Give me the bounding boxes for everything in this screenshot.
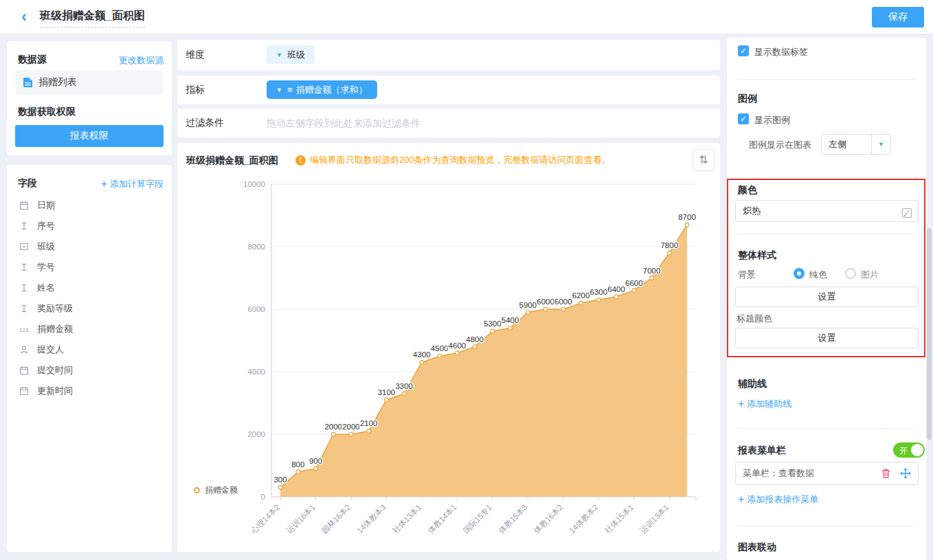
plus-icon: +: [738, 398, 744, 410]
metric-tag[interactable]: ▼ ≡ 捐赠金额（求和）: [267, 80, 377, 99]
field-item[interactable]: 姓名: [14, 278, 165, 298]
title-color-label: 标题颜色: [737, 313, 772, 325]
field-item[interactable]: 更新时间: [14, 381, 165, 401]
x-tick-label: 体教16本2: [532, 503, 564, 535]
data-point[interactable]: [331, 432, 335, 436]
fields-panel: 字段 +添加计算字段 日期序号班级学号姓名奖励等级123捐赠金额提交人提交时间更…: [7, 165, 172, 552]
field-item[interactable]: 提交人: [14, 339, 165, 360]
data-label: 5900: [519, 301, 537, 309]
data-point[interactable]: [314, 467, 318, 471]
menu-item-label: 菜单栏：查看数据: [743, 467, 814, 480]
filter-row[interactable]: 过滤条件 拖动左侧字段到此处来添加过滤条件: [177, 109, 720, 137]
divider: [738, 234, 915, 234]
data-point[interactable]: [456, 351, 460, 355]
add-report-menu-link[interactable]: +添加报表操作菜单: [738, 493, 818, 506]
change-datasource-link[interactable]: 更改数据源: [119, 54, 164, 67]
data-point[interactable]: [597, 298, 601, 302]
background-label: 背景: [738, 269, 756, 281]
refline-section-title: 辅助线: [738, 378, 767, 390]
data-point[interactable]: [402, 392, 406, 396]
scrollbar-thumb[interactable]: [927, 228, 932, 440]
data-point[interactable]: [650, 276, 654, 280]
datasource-item[interactable]: 捐赠列表: [16, 70, 163, 95]
number-icon: 123: [19, 324, 32, 334]
back-icon[interactable]: ‹: [16, 5, 32, 27]
data-label: 300: [273, 475, 286, 484]
warning-message: ! 编辑界面只取数据源前200条作为查询数据预览，完整数据请访问页面查看。: [295, 154, 611, 166]
data-point[interactable]: [614, 295, 618, 299]
check-icon: ✓: [740, 114, 747, 124]
field-item[interactable]: 奖励等级: [14, 298, 165, 319]
bg-image-radio[interactable]: [845, 268, 856, 279]
data-point[interactable]: [491, 329, 495, 333]
data-point[interactable]: [632, 289, 636, 293]
trash-icon[interactable]: [881, 468, 892, 479]
show-data-label-checkbox[interactable]: ✓: [738, 45, 749, 56]
bg-solid-radio[interactable]: [794, 268, 805, 279]
data-point[interactable]: [385, 398, 389, 402]
text-icon: [19, 221, 32, 231]
data-point[interactable]: [685, 223, 689, 227]
data-point[interactable]: [296, 470, 300, 474]
field-item[interactable]: 123捐赠金额: [14, 319, 165, 339]
menu-section-title: 报表菜单栏: [738, 445, 786, 457]
data-point[interactable]: [561, 307, 565, 311]
field-item[interactable]: 提交时间: [14, 360, 165, 381]
data-point[interactable]: [508, 326, 513, 331]
field-item[interactable]: 序号: [14, 216, 165, 236]
x-tick-label: 园林16本2: [320, 503, 352, 535]
field-label: 提交人: [37, 344, 64, 356]
edit-icon[interactable]: [901, 205, 912, 216]
field-label: 学号: [37, 261, 55, 273]
x-tick-label: 社体13本1: [391, 503, 423, 535]
x-tick-label: 国际15专1: [462, 503, 493, 535]
add-calc-field-link[interactable]: +添加计算字段: [101, 178, 164, 190]
field-item[interactable]: 学号: [14, 257, 165, 278]
add-refline-link[interactable]: +添加辅助线: [738, 398, 791, 410]
y-tick-label: 10000: [243, 180, 265, 188]
filter-placeholder: 拖动左侧字段到此处来添加过滤条件: [267, 117, 420, 130]
data-point[interactable]: [367, 429, 371, 434]
dimension-label: 维度: [186, 49, 205, 61]
move-icon[interactable]: [900, 468, 911, 479]
menu-toggle[interactable]: 开: [893, 443, 925, 458]
data-label: 6000: [554, 298, 572, 306]
data-point[interactable]: [278, 486, 282, 490]
data-permission-title: 数据获取权限: [18, 106, 76, 118]
data-point[interactable]: [526, 311, 530, 315]
topbar: ‹ 班级捐赠金额_面积图 保存: [0, 0, 933, 34]
data-label: 7000: [643, 267, 661, 275]
field-item[interactable]: 班级: [14, 236, 165, 257]
data-point[interactable]: [667, 251, 671, 255]
color-theme-input[interactable]: 炽热: [735, 200, 919, 222]
show-legend-checkbox[interactable]: ✓: [738, 113, 749, 124]
menu-item[interactable]: 菜单栏：查看数据: [735, 462, 919, 485]
area-chart[interactable]: 0200040006000800010000心理14本2运训16本1园林16本2…: [177, 172, 720, 552]
field-label: 日期: [37, 199, 55, 212]
data-point[interactable]: [349, 432, 353, 436]
select-icon: [19, 242, 32, 251]
page-title: 班级捐赠金额_面积图: [40, 9, 145, 27]
y-tick-label: 2000: [247, 430, 265, 438]
title-color-set-button[interactable]: 设置: [735, 328, 919, 348]
document-icon: [23, 77, 33, 88]
data-label: 4500: [431, 344, 449, 352]
bg-solid-label: 纯色: [809, 269, 827, 281]
data-point[interactable]: [420, 361, 424, 365]
data-point[interactable]: [473, 345, 477, 349]
metric-tag-label: 捐赠金额（求和）: [296, 84, 368, 96]
bg-set-button[interactable]: 设置: [735, 287, 919, 307]
dimension-tag[interactable]: ▼ 班级: [267, 45, 315, 64]
data-point[interactable]: [438, 354, 442, 358]
data-point[interactable]: [579, 301, 583, 305]
save-button[interactable]: 保存: [872, 7, 924, 27]
datasource-panel: 数据源 更改数据源 捐赠列表 数据获取权限 报表权限: [7, 41, 172, 155]
report-permission-button[interactable]: 报表权限: [15, 125, 164, 147]
data-label: 7800: [660, 241, 678, 249]
field-item[interactable]: 日期: [14, 195, 165, 216]
legend-position-select[interactable]: 左侧 ▼: [821, 134, 891, 155]
data-point[interactable]: [543, 307, 548, 311]
data-label: 4800: [466, 335, 484, 344]
plus-icon: +: [738, 493, 744, 505]
sort-button[interactable]: ⇅: [693, 149, 715, 171]
